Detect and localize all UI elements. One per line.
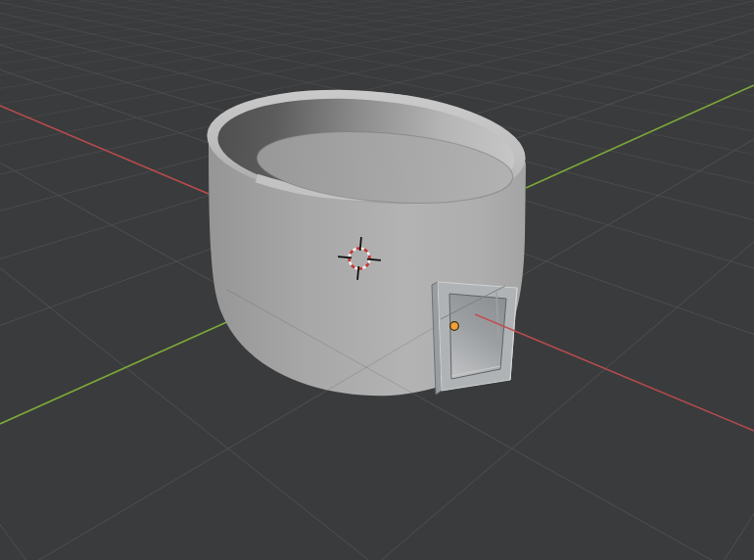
viewport-3d[interactable] <box>0 0 754 560</box>
object-origin-dot[interactable] <box>450 322 459 331</box>
scene-svg[interactable] <box>0 0 754 560</box>
panel-object[interactable] <box>432 282 517 395</box>
